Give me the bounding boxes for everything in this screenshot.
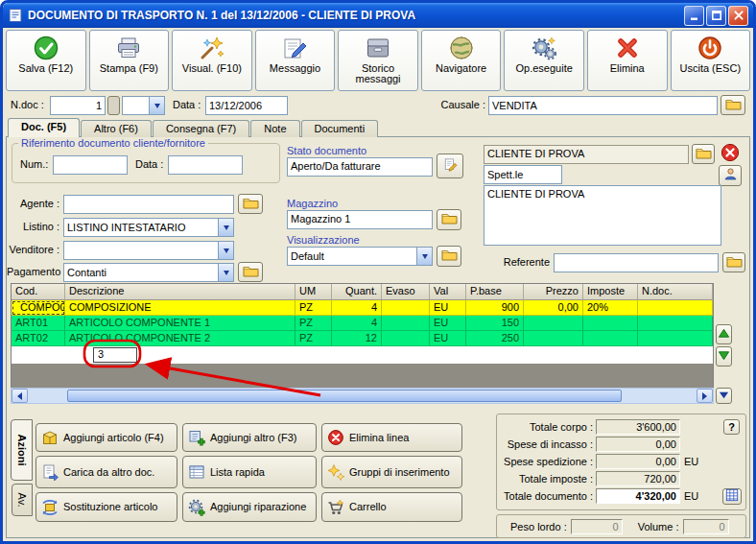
- exit-button[interactable]: Uscita (ESC): [671, 30, 751, 91]
- action-gruppi-di-inserimento[interactable]: Gruppi di inserimento: [321, 456, 462, 488]
- navigator-button[interactable]: Navigatore: [421, 30, 502, 91]
- pagamento-select[interactable]: Contanti: [63, 263, 234, 282]
- scroll-right-button[interactable]: [697, 389, 713, 403]
- delete-button[interactable]: Elimina: [587, 30, 668, 91]
- tab-consegna[interactable]: Consegna (F7): [153, 120, 249, 137]
- executed-ops-button[interactable]: Op.eseguite: [504, 30, 584, 91]
- intestazione-input[interactable]: [484, 165, 562, 184]
- cell-um[interactable]: PZ: [295, 316, 332, 331]
- pagamento-lookup-button[interactable]: [238, 262, 263, 282]
- ref-date-input[interactable]: [168, 155, 243, 175]
- referente-input[interactable]: [554, 253, 719, 272]
- col-header-descrizione[interactable]: Descrizione: [65, 284, 295, 300]
- cell-quant[interactable]: 12: [332, 331, 382, 346]
- magazzino-lookup-button[interactable]: [437, 209, 461, 230]
- move-row-up-button[interactable]: [716, 324, 732, 344]
- action-elimina-linea[interactable]: Elimina linea: [321, 423, 462, 452]
- cell-imposte[interactable]: [583, 316, 638, 331]
- cell-imposte[interactable]: [583, 331, 638, 346]
- col-header-imposte[interactable]: Imposte: [583, 284, 638, 300]
- date-input[interactable]: [205, 96, 288, 115]
- minimize-button[interactable]: [684, 6, 704, 26]
- cell-ndoc[interactable]: [638, 316, 713, 331]
- col-header-evaso[interactable]: Evaso: [382, 284, 430, 300]
- cell-ndoc[interactable]: [638, 300, 713, 316]
- tab-altro[interactable]: Altro (F6): [81, 120, 152, 137]
- cell-val[interactable]: EU: [430, 331, 466, 346]
- cell-cod[interactable]: COMPO01: [12, 300, 65, 316]
- ref-num-input[interactable]: [53, 155, 128, 175]
- close-button[interactable]: [728, 6, 748, 26]
- col-header-prezzo[interactable]: Prezzo: [524, 284, 583, 300]
- cell-evaso[interactable]: [382, 331, 430, 346]
- vertical-tab-av[interactable]: Av.: [12, 484, 33, 516]
- grid-row-componente-1[interactable]: ART01 ARTICOLO COMPONENTE 1 PZ 4 EU 150: [12, 316, 713, 331]
- action-carica-da-altro-doc[interactable]: Carica da altro doc.: [35, 456, 177, 488]
- move-row-down-button[interactable]: [716, 346, 732, 367]
- change-status-button[interactable]: [437, 154, 463, 178]
- scroll-left-button[interactable]: [12, 389, 28, 403]
- agente-lookup-button[interactable]: [238, 194, 263, 214]
- cell-um[interactable]: PZ: [295, 300, 332, 316]
- cell-val[interactable]: EU: [430, 300, 466, 316]
- tab-note[interactable]: Note: [250, 120, 299, 137]
- doc-type-select[interactable]: [122, 96, 165, 115]
- preview-button[interactable]: Visual. (F10): [172, 30, 252, 91]
- save-button[interactable]: Salva (F12): [6, 30, 86, 91]
- action-aggiungi-articolo[interactable]: Aggiungi articolo (F4): [35, 423, 177, 452]
- scroll-thumb[interactable]: [67, 390, 622, 402]
- col-header-cod[interactable]: Cod.: [12, 284, 65, 300]
- cell-ndoc[interactable]: [638, 331, 713, 346]
- venditore-select[interactable]: [63, 241, 234, 260]
- totals-detail-button[interactable]: [722, 488, 742, 505]
- cell-cod[interactable]: ART01: [12, 316, 65, 331]
- action-sostituzione-articolo[interactable]: Sostituzione articolo: [35, 492, 177, 522]
- causale-input[interactable]: [488, 96, 718, 115]
- cell-quant[interactable]: 4: [332, 300, 382, 316]
- contact-button[interactable]: [719, 165, 742, 186]
- visualizzazione-lookup-button[interactable]: [437, 246, 461, 267]
- agente-input[interactable]: [63, 195, 234, 214]
- cell-pbase[interactable]: 250: [466, 331, 524, 346]
- maximize-button[interactable]: [706, 6, 726, 26]
- cell-descrizione[interactable]: ARTICOLO COMPONENTE 2: [65, 331, 295, 346]
- message-history-button[interactable]: Storico messaggi: [338, 30, 418, 91]
- cell-prezzo[interactable]: 0,00: [524, 300, 583, 316]
- causale-lookup-button[interactable]: [721, 95, 745, 115]
- cell-um[interactable]: PZ: [295, 331, 332, 346]
- grid-edit-row[interactable]: 3: [11, 346, 714, 364]
- cell-val[interactable]: EU: [430, 316, 466, 331]
- message-button[interactable]: Messaggio: [255, 30, 336, 91]
- indirizzo-textarea[interactable]: CLIENTE DI PROVA: [484, 185, 721, 246]
- action-lista-rapida[interactable]: Lista rapida: [182, 456, 317, 488]
- cell-evaso[interactable]: [382, 300, 430, 316]
- titlebar[interactable]: DOCUMENTO DI TRASPORTO N. 1 del 13/12/20…: [3, 3, 753, 28]
- cell-descrizione[interactable]: ARTICOLO COMPONENTE 1: [65, 316, 295, 331]
- cell-prezzo[interactable]: [524, 331, 583, 346]
- cell-pbase[interactable]: 900: [466, 300, 524, 316]
- cell-quant[interactable]: 4: [332, 316, 382, 331]
- scroll-page-down-button[interactable]: [716, 388, 732, 404]
- cliente-lookup-button[interactable]: [692, 144, 715, 164]
- col-header-quant[interactable]: Quant.: [332, 284, 382, 300]
- cell-imposte[interactable]: 20%: [583, 300, 638, 316]
- listino-select[interactable]: LISTINO INTESTATARIO: [63, 218, 234, 237]
- cell-prezzo[interactable]: [524, 316, 583, 331]
- tab-documenti[interactable]: Documenti: [301, 120, 379, 137]
- action-aggiungi-altro[interactable]: Aggiungi altro (F3): [182, 423, 317, 452]
- ndoc-input[interactable]: [50, 96, 106, 115]
- action-carrello[interactable]: Carrello: [321, 492, 462, 522]
- tab-doc[interactable]: Doc. (F5): [8, 118, 80, 137]
- print-button[interactable]: Stampa (F9): [89, 30, 170, 91]
- grid-row-composizione[interactable]: COMPO01 COMPOSIZIONE PZ 4 EU 900 0,00 20…: [12, 300, 713, 316]
- cell-descrizione[interactable]: COMPOSIZIONE: [65, 300, 295, 316]
- col-header-val[interactable]: Val: [430, 284, 466, 300]
- horizontal-scrollbar[interactable]: [11, 388, 714, 404]
- totals-help-button[interactable]: ?: [723, 419, 740, 435]
- cliente-clear-button[interactable]: [719, 143, 742, 164]
- cell-pbase[interactable]: 150: [466, 316, 524, 331]
- grid-row-componente-2[interactable]: ART02 ARTICOLO COMPONENTE 2 PZ 12 EU 250: [12, 331, 713, 346]
- quantity-edit-cell[interactable]: 3: [93, 347, 137, 363]
- referente-lookup-button[interactable]: [722, 252, 745, 272]
- col-header-pbase[interactable]: P.base: [466, 284, 524, 300]
